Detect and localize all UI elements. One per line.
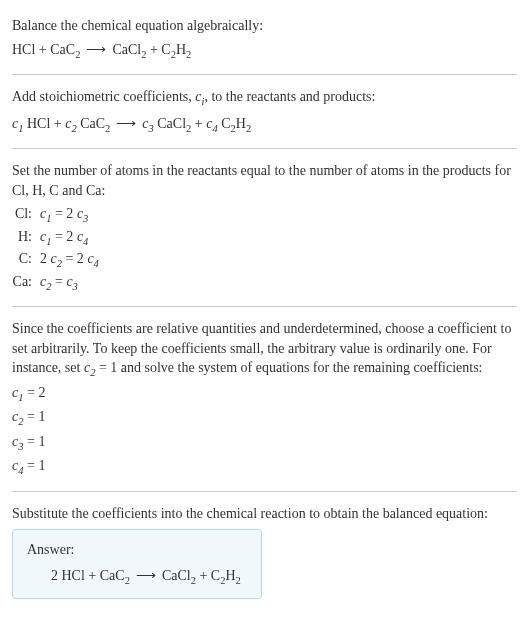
answer-label: Answer: [27, 540, 247, 560]
substitute-title: Substitute the coefficients into the che… [12, 504, 517, 524]
section-problem: Balance the chemical equation algebraica… [12, 8, 517, 70]
problem-title: Balance the chemical equation algebraica… [12, 16, 517, 36]
section-coefficients: Add stoichiometric coefficients, ci, to … [12, 79, 517, 144]
solution-line: c2 = 1 [12, 407, 517, 429]
table-row: H: c1 = 2 c4 [12, 227, 99, 249]
solution-line: c4 = 1 [12, 456, 517, 478]
divider [12, 491, 517, 492]
table-row: Ca: c2 = c3 [12, 272, 99, 294]
section-solve: Since the coefficients are relative quan… [12, 311, 517, 487]
element-equation: c2 = c3 [40, 272, 99, 294]
element-label: Cl: [12, 204, 40, 226]
answer-box: Answer: 2 HCl + CaC2⟶CaCl2 + C2H2 [12, 529, 262, 599]
divider [12, 306, 517, 307]
solve-title: Since the coefficients are relative quan… [12, 319, 517, 381]
solution-line: c3 = 1 [12, 432, 517, 454]
parametric-equation: c1 HCl + c2 CaC2⟶c3 CaCl2 + c4 C2H2 [12, 114, 517, 136]
table-row: C: 2 c2 = 2 c4 [12, 249, 99, 271]
unbalanced-equation: HCl + CaC2⟶CaCl2 + C2H2 [12, 40, 517, 62]
table-row: Cl: c1 = 2 c3 [12, 204, 99, 226]
element-label: C: [12, 249, 40, 271]
balanced-equation: 2 HCl + CaC2⟶CaCl2 + C2H2 [27, 566, 247, 588]
atom-balance-title: Set the number of atoms in the reactants… [12, 161, 517, 200]
section-substitute: Substitute the coefficients into the che… [12, 496, 517, 608]
divider [12, 148, 517, 149]
element-label: H: [12, 227, 40, 249]
solution-list: c1 = 2 c2 = 1 c3 = 1 c4 = 1 [12, 383, 517, 479]
coefficients-title: Add stoichiometric coefficients, ci, to … [12, 87, 517, 109]
solution-line: c1 = 2 [12, 383, 517, 405]
element-equation: 2 c2 = 2 c4 [40, 249, 99, 271]
element-label: Ca: [12, 272, 40, 294]
element-equation: c1 = 2 c4 [40, 227, 99, 249]
divider [12, 74, 517, 75]
atom-balance-table: Cl: c1 = 2 c3 H: c1 = 2 c4 C: 2 c2 = 2 c… [12, 204, 99, 294]
element-equation: c1 = 2 c3 [40, 204, 99, 226]
section-atom-balance: Set the number of atoms in the reactants… [12, 153, 517, 302]
